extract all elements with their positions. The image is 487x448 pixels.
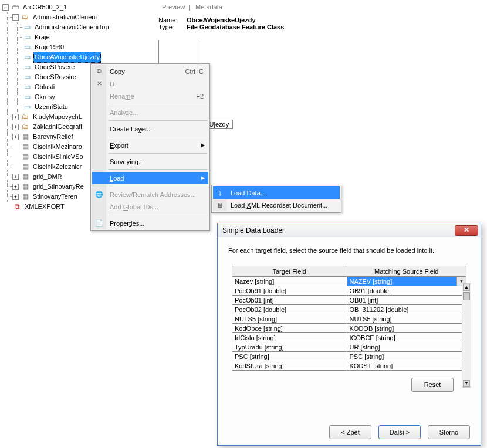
field-mapping-row[interactable]: NUTS5 [string]NUTS5 [string] — [232, 314, 466, 324]
tree-node-featureclass[interactable]: ▭ObceAVojenskeUjezdy — [2, 52, 153, 62]
menu-add-global-ids: Add Global IDs... — [92, 201, 208, 213]
menu-label: Load — [110, 175, 124, 182]
target-field-cell: IdCislo [string] — [232, 333, 347, 342]
menu-label: Properties... — [110, 220, 144, 227]
menu-label: Surveying... — [110, 158, 144, 165]
source-field-header: Matching Source Field — [347, 266, 466, 277]
field-mapping-row[interactable]: KodStUra [string]KODST [string] — [232, 361, 466, 371]
submenu-load-xml[interactable]: 🗎 Load XML Recordset Document... — [213, 199, 340, 211]
tree-label: UzemiStatu — [33, 102, 69, 112]
source-field-cell[interactable]: OB91 [double] — [347, 286, 466, 296]
tree-node-dataset[interactable]: − 🗂 AdministrativniCleneni — [2, 12, 153, 22]
cancel-button[interactable]: Storno — [428, 425, 470, 439]
feature-class-icon: ▭ — [22, 33, 32, 42]
source-field-cell[interactable]: PSC [string] — [347, 352, 466, 361]
menu-create-layer[interactable]: Create Layer... — [92, 123, 208, 135]
menu-delete: ✕ D — [92, 77, 208, 90]
target-field-header: Target Field — [232, 266, 347, 277]
feature-class-icon: ▭ — [22, 73, 32, 82]
feature-class-icon: ▭ — [22, 53, 32, 62]
tab-metadata[interactable]: Metadata — [195, 4, 222, 11]
submenu-load-data[interactable]: ⤵ Load Data... — [213, 186, 340, 199]
tree-label: AdministrativniCleneniTop — [33, 22, 110, 32]
menu-properties[interactable]: 📄 Properties... — [92, 217, 208, 229]
menu-surveying[interactable]: Surveying... — [92, 155, 208, 168]
expander-icon[interactable]: + — [12, 124, 19, 130]
scroll-up-button[interactable]: ▲ — [463, 284, 470, 291]
target-field-cell: TypUradu [string] — [232, 342, 347, 352]
field-mapping-row[interactable]: PocOb02 [double]OB_311202 [double] — [232, 305, 466, 314]
tree-label: CiselnikMezinaro — [32, 142, 83, 152]
expander-icon[interactable]: + — [12, 174, 19, 180]
target-field-cell: Nazev [string] — [232, 277, 347, 286]
source-field-cell[interactable]: NAZEV [string]▼ — [347, 277, 466, 286]
menu-separator — [109, 104, 207, 104]
tree-label: KladyMapovychL — [32, 112, 83, 122]
feature-class-icon: ▭ — [22, 83, 32, 92]
expander-icon[interactable]: + — [12, 184, 19, 190]
menu-analyze: Analyze... — [92, 106, 208, 118]
expander-icon[interactable]: + — [12, 134, 19, 140]
geodatabase-icon: 🗃 — [11, 3, 20, 12]
field-mapping-row[interactable]: Nazev [string]NAZEV [string]▼ — [232, 277, 466, 286]
tree-label: BarevnyRelief — [32, 132, 74, 142]
source-field-cell[interactable]: UR [string] — [347, 342, 466, 352]
expander-icon[interactable]: + — [12, 114, 19, 120]
feature-dataset-icon: 🗂 — [21, 13, 30, 22]
menu-label: D — [110, 80, 114, 87]
context-submenu-load: ⤵ Load Data... 🗎 Load XML Recordset Docu… — [211, 185, 341, 213]
table-icon: ▤ — [21, 142, 30, 152]
menu-copy[interactable]: ⧉ Copy Ctrl+C — [92, 65, 208, 77]
source-field-cell[interactable]: ICOBCE [string] — [347, 333, 466, 342]
field-mapping-row[interactable]: TypUradu [string]UR [string] — [232, 342, 466, 352]
tree-label: grid_DMR — [32, 172, 63, 182]
tree-node-featureclass[interactable]: ▭Kraje — [2, 32, 153, 42]
tree-label: ObceSPovere — [33, 62, 76, 72]
scroll-thumb[interactable] — [463, 292, 470, 300]
menu-export[interactable]: Export — [92, 139, 208, 151]
menu-separator — [109, 153, 207, 154]
expander-icon[interactable]: − — [12, 14, 19, 21]
feature-class-icon: ▭ — [22, 43, 32, 52]
menu-separator — [109, 120, 207, 121]
load-data-icon: ⤵ — [215, 189, 225, 196]
field-mapping-table: Target Field Matching Source Field Nazev… — [232, 266, 466, 371]
close-button[interactable]: ✕ — [455, 225, 478, 236]
dialog-titlebar[interactable]: Simple Data Loader ✕ — [218, 223, 481, 237]
next-button[interactable]: Další > — [378, 425, 421, 439]
tab-preview[interactable]: Preview — [162, 4, 185, 11]
menu-label: Copy — [110, 68, 125, 75]
source-field-cell[interactable]: OB_311202 [double] — [347, 305, 466, 314]
field-mapping-row[interactable]: KodObce [string]KODOB [string] — [232, 324, 466, 333]
source-field-cell[interactable]: NUTS5 [string] — [347, 314, 466, 324]
field-mapping-row[interactable]: PSC [string]PSC [string] — [232, 352, 466, 361]
field-mapping-row[interactable]: PocOb91 [double]OB91 [double] — [232, 286, 466, 296]
source-field-cell[interactable]: KODOB [string] — [347, 324, 466, 333]
tree-label: Okresy — [33, 92, 56, 102]
target-field-cell: PSC [string] — [232, 352, 347, 361]
detail-tabs: Preview| Metadata — [158, 4, 481, 14]
source-field-cell[interactable]: OB01 [int] — [347, 296, 466, 305]
menu-label: Export — [110, 142, 128, 149]
tree-node-featureclass[interactable]: ▭Kraje1960 — [2, 42, 153, 52]
menu-load[interactable]: Load — [92, 172, 208, 184]
feature-dataset-icon: 🗂 — [21, 113, 30, 122]
scroll-down-button[interactable]: ▼ — [463, 380, 470, 387]
tree-label: CiselnikZeleznicr — [32, 162, 83, 172]
tree-node-featureclass[interactable]: ▭AdministrativniCleneniTop — [2, 22, 153, 32]
menu-label: Create Layer... — [110, 125, 152, 133]
field-mapping-row[interactable]: PocOb01 [int]OB01 [int] — [232, 296, 466, 305]
expander-icon[interactable]: + — [12, 194, 19, 200]
table-scrollbar[interactable]: ▲ ▼ — [462, 283, 471, 388]
tree-label: CiselnikSilnicVSo — [32, 152, 84, 162]
source-field-cell[interactable]: KODST [string] — [347, 361, 466, 371]
name-value: ObceAVojenskeUjezdy — [187, 16, 256, 23]
field-mapping-row[interactable]: IdCislo [string]ICOBCE [string] — [232, 333, 466, 342]
type-label: Type: — [158, 23, 187, 30]
menu-separator — [109, 137, 207, 137]
back-button[interactable]: < Zpět — [329, 425, 371, 439]
menu-label: Load Data... — [231, 189, 266, 196]
tree-node-gdb[interactable]: − 🗃 ArcCR500_2_1 — [2, 2, 153, 12]
expander-icon[interactable]: − — [2, 4, 9, 11]
reset-button[interactable]: Reset — [411, 378, 454, 392]
